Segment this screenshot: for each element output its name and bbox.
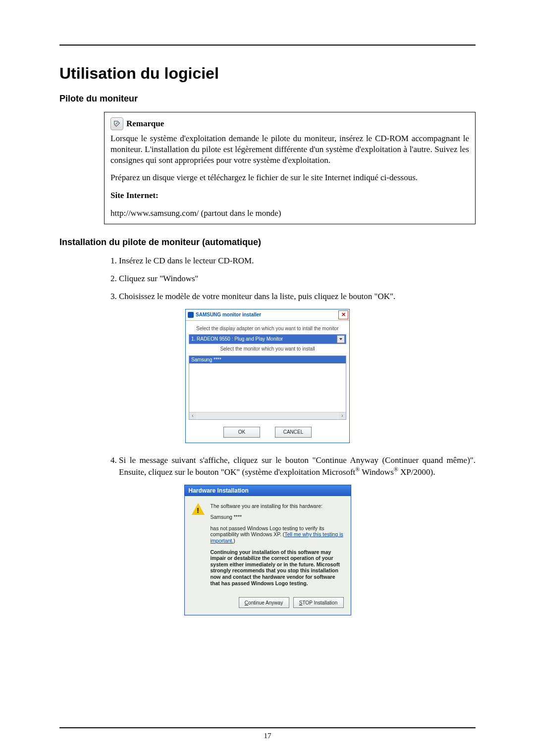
installer-title: SAMSUNG monitor installer — [196, 312, 261, 317]
scroll-left-icon[interactable]: ‹ — [189, 412, 196, 419]
continue-anyway-button[interactable]: Continue Anyway — [239, 597, 289, 608]
chevron-down-icon[interactable] — [337, 335, 345, 343]
installer-adapter-label: Select the display adapter on which you … — [189, 324, 346, 334]
adapter-dropdown-value: 1. RADEON 9550 : Plug and Play Monitor — [191, 336, 283, 342]
step-4: Si le message suivant s'affiche, cliquez… — [119, 455, 476, 478]
note-paragraph-2: Préparez un disque vierge et téléchargez… — [110, 172, 469, 183]
warning-icon: ! — [192, 503, 205, 516]
page-title: Utilisation du logiciel — [59, 64, 476, 83]
cancel-button[interactable]: CANCEL — [275, 427, 312, 438]
hardware-installation-dialog: Hardware Installation ! The software you… — [184, 485, 351, 616]
adapter-dropdown[interactable]: 1. RADEON 9550 : Plug and Play Monitor — [189, 334, 346, 344]
installer-monitor-label: Select the monitor which you want to ins… — [189, 344, 346, 354]
section-driver-heading: Pilote du moniteur — [59, 94, 476, 104]
top-rule — [59, 45, 476, 46]
monitor-listbox[interactable]: Samsung **** ‹ › — [189, 355, 346, 420]
note-box: Remarque Lorsque le système d'exploitati… — [104, 112, 476, 224]
hw-warning-text: Continuing your installation of this sof… — [211, 549, 344, 587]
hw-line-2: has not passed Windows Logo testing to v… — [211, 525, 344, 544]
section-install-heading: Installation du pilote de moniteur (auto… — [59, 237, 476, 248]
site-internet-url: http://www.samsung.com/ (partout dans le… — [110, 208, 469, 219]
ok-button[interactable]: OK — [223, 427, 260, 438]
bottom-rule — [59, 727, 476, 728]
scroll-right-icon[interactable]: › — [339, 412, 346, 419]
note-paragraph-1: Lorsque le système d'exploitation demand… — [110, 133, 469, 165]
installer-dialog: SAMSUNG monitor installer ✕ Select the d… — [185, 309, 350, 443]
step-2: Cliquez sur "Windows" — [119, 273, 476, 284]
installer-logo-icon — [188, 312, 194, 318]
step-3: Choisissez le modèle de votre moniteur d… — [119, 291, 476, 302]
monitor-list-item-selected[interactable]: Samsung **** — [189, 356, 346, 363]
hw-device: Samsung **** — [211, 514, 344, 520]
horizontal-scrollbar[interactable]: ‹ › — [189, 412, 346, 419]
note-icon — [110, 117, 123, 130]
page-number: 17 — [0, 732, 535, 740]
note-title: Remarque — [126, 119, 164, 129]
hw-line-1: The software you are installing for this… — [211, 503, 344, 509]
stop-installation-button[interactable]: STOP Installation — [293, 597, 344, 608]
close-icon[interactable]: ✕ — [338, 310, 348, 319]
site-internet-label: Site Internet: — [110, 191, 159, 200]
step-1: Insérez le CD dans le lecteur CD-ROM. — [119, 255, 476, 266]
hardware-dialog-title: Hardware Installation — [185, 485, 351, 496]
